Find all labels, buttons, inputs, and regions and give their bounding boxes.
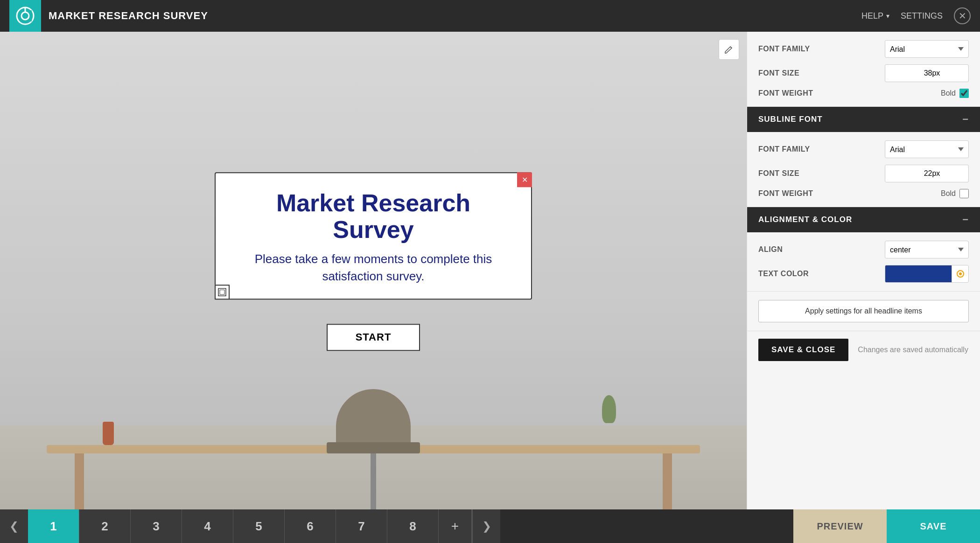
prev-page-button[interactable]: ❮ xyxy=(0,509,28,543)
align-select[interactable]: center left right xyxy=(885,241,969,258)
start-button[interactable]: START xyxy=(327,324,420,351)
chair-leg xyxy=(371,453,376,509)
add-page-button[interactable]: + xyxy=(439,509,471,543)
subline-bold-label: Bold xyxy=(941,189,956,198)
text-color-row: TEXT COLOR xyxy=(758,265,969,283)
headline-font-section: FONT FAMILY Arial Helvetica Times New Ro… xyxy=(747,32,980,107)
font-size-stepper: ▲ ▼ xyxy=(885,64,969,82)
bottom-bar: ❮ 1 2 3 4 5 6 7 8 + ❯ PREVIEW SAVE xyxy=(0,509,980,543)
help-button[interactable]: HELP ▾ xyxy=(861,11,889,21)
font-size-control: ▲ ▼ xyxy=(885,64,969,82)
subline-font-family-control: Arial Helvetica xyxy=(885,140,969,158)
logo-icon xyxy=(15,6,35,26)
survey-subline: Please take a few moments to complete th… xyxy=(234,251,512,285)
page-button-1[interactable]: 1 xyxy=(28,509,79,543)
page-button-6[interactable]: 6 xyxy=(285,509,336,543)
text-color-control xyxy=(885,265,969,283)
font-family-select[interactable]: Arial Helvetica Times New Roman xyxy=(885,40,969,58)
top-bar: MARKET RESEARCH SURVEY HELP ▾ SETTINGS ✕ xyxy=(0,0,980,32)
app-title: MARKET RESEARCH SURVEY xyxy=(49,10,854,22)
subline-font-weight-label: FONT WEIGHT xyxy=(758,189,941,198)
close-button[interactable]: ✕ xyxy=(954,7,971,24)
next-page-button[interactable]: ❯ xyxy=(472,509,500,543)
subline-font-family-label: FONT FAMILY xyxy=(758,145,885,153)
desk-leg-left xyxy=(75,453,84,509)
apply-settings-button[interactable]: Apply settings for all headline items xyxy=(758,300,969,322)
desk-leg-right xyxy=(663,453,672,509)
alignment-color-title: ALIGNMENT & COLOR xyxy=(758,215,852,224)
svg-rect-4 xyxy=(220,290,224,294)
card-close-button[interactable]: ✕ xyxy=(517,172,532,187)
font-size-label: FONT SIZE xyxy=(758,69,885,77)
subline-font-size-row: FONT SIZE ▲ ▼ xyxy=(758,165,969,182)
font-weight-checkbox[interactable] xyxy=(959,89,969,98)
save-button[interactable]: SAVE xyxy=(887,509,980,543)
subline-font-family-row: FONT FAMILY Arial Helvetica xyxy=(758,140,969,158)
alignment-color-header[interactable]: ALIGNMENT & COLOR − xyxy=(747,207,980,232)
page-button-8[interactable]: 8 xyxy=(387,509,439,543)
align-row: ALIGN center left right xyxy=(758,241,969,258)
svg-point-6 xyxy=(959,272,962,275)
survey-headline: Market Research Survey xyxy=(234,190,512,243)
font-family-row: FONT FAMILY Arial Helvetica Times New Ro… xyxy=(758,40,969,58)
page-button-2[interactable]: 2 xyxy=(79,509,131,543)
topbar-right: HELP ▾ SETTINGS ✕ xyxy=(861,7,971,24)
subline-font-family-select[interactable]: Arial Helvetica xyxy=(885,140,969,158)
font-family-control: Arial Helvetica Times New Roman xyxy=(885,40,969,58)
subline-collapse-icon: − xyxy=(962,113,969,125)
subline-font-size-label: FONT SIZE xyxy=(758,169,885,178)
font-weight-control: Bold xyxy=(941,89,969,98)
subline-font-weight-checkbox[interactable] xyxy=(959,189,969,198)
survey-preview: ✕ Market Research Survey Please take a f… xyxy=(215,172,532,351)
subline-font-weight-control: Bold xyxy=(941,189,969,198)
page-button-4[interactable]: 4 xyxy=(182,509,233,543)
alignment-collapse-icon: − xyxy=(962,214,969,226)
page-nav: ❮ 1 2 3 4 5 6 7 8 + ❯ xyxy=(0,509,793,543)
right-panel: FONT FAMILY Arial Helvetica Times New Ro… xyxy=(747,32,980,509)
main-layout: ✕ Market Research Survey Please take a f… xyxy=(0,32,980,509)
page-button-3[interactable]: 3 xyxy=(131,509,182,543)
font-weight-label: FONT WEIGHT xyxy=(758,89,941,97)
subline-font-size-stepper: ▲ ▼ xyxy=(885,165,969,182)
color-picker-icon xyxy=(952,265,968,282)
logo xyxy=(9,0,41,32)
page-button-5[interactable]: 5 xyxy=(233,509,285,543)
chevron-down-icon: ▾ xyxy=(886,12,889,20)
bold-label: Bold xyxy=(941,89,956,97)
edit-button[interactable] xyxy=(719,39,739,60)
subline-font-size-control: ▲ ▼ xyxy=(885,165,969,182)
canvas-area: ✕ Market Research Survey Please take a f… xyxy=(0,32,747,509)
chair-seat xyxy=(327,442,420,453)
svg-rect-3 xyxy=(218,288,226,296)
preview-button[interactable]: PREVIEW xyxy=(793,509,887,543)
auto-save-text: Changes are saved automatically xyxy=(858,346,968,354)
svg-point-1 xyxy=(21,12,29,20)
survey-card: ✕ Market Research Survey Please take a f… xyxy=(215,172,532,299)
subline-font-header[interactable]: SUBLINE FONT − xyxy=(747,107,980,132)
text-color-label: TEXT COLOR xyxy=(758,270,885,278)
page-button-7[interactable]: 7 xyxy=(336,509,387,543)
alignment-color-section: ALIGN center left right TEXT COLOR xyxy=(747,232,980,292)
align-control: center left right xyxy=(885,241,969,258)
vase xyxy=(103,422,114,445)
subline-font-weight-row: FONT WEIGHT Bold xyxy=(758,189,969,198)
bottom-right: PREVIEW SAVE xyxy=(793,509,980,543)
card-corner-icon xyxy=(215,285,230,299)
plant xyxy=(602,395,616,423)
edit-icon xyxy=(724,44,734,55)
align-label: ALIGN xyxy=(758,245,885,254)
subline-font-title: SUBLINE FONT xyxy=(758,115,823,124)
font-size-input[interactable] xyxy=(885,69,969,77)
save-close-area: SAVE & CLOSE Changes are saved automatic… xyxy=(747,331,980,369)
color-swatch xyxy=(885,265,952,282)
save-close-button[interactable]: SAVE & CLOSE xyxy=(758,339,848,361)
color-swatch-button[interactable] xyxy=(885,265,969,283)
font-weight-row: FONT WEIGHT Bold xyxy=(758,89,969,98)
subline-font-size-input[interactable] xyxy=(885,169,969,178)
font-size-row: FONT SIZE ▲ ▼ xyxy=(758,64,969,82)
subline-font-section: FONT FAMILY Arial Helvetica FONT SIZE ▲ xyxy=(747,132,980,207)
font-family-label: FONT FAMILY xyxy=(758,45,885,53)
settings-button[interactable]: SETTINGS xyxy=(901,11,943,21)
